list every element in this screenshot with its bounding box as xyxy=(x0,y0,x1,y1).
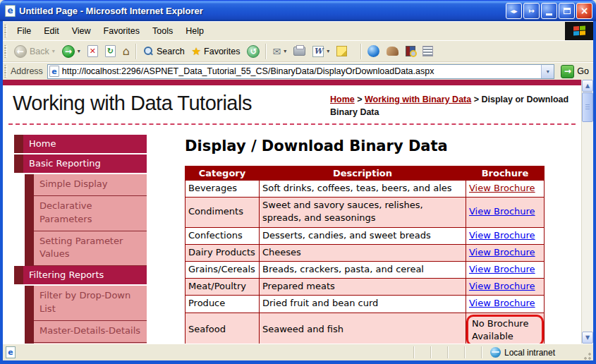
toolbar-separator xyxy=(265,44,267,59)
mail-button[interactable]: ✉ ▾ xyxy=(269,44,290,59)
description-cell: Soft drinks, coffees, teas, beers, and a… xyxy=(260,181,466,198)
sidebar-item-label: Simple Display xyxy=(34,174,147,196)
print-button[interactable] xyxy=(290,45,309,57)
breadcrumb-link-home[interactable]: Home xyxy=(330,95,355,104)
sidebar-item-basic-reporting[interactable]: Basic Reporting xyxy=(14,154,147,173)
menu-tools[interactable]: Tools xyxy=(146,23,179,40)
sidebar-item-setting-parameter-values[interactable]: Setting Parameter Values xyxy=(25,231,147,267)
table-row: Produce Dried fruit and bean curd View B… xyxy=(186,296,545,313)
toolbar-separator xyxy=(135,44,137,59)
favorites-button[interactable]: ★ Favorites xyxy=(188,44,244,59)
sidebar-navigation: Home Basic Reporting Simple Display xyxy=(14,135,147,344)
categories-table: Category Description Brochure Beverages … xyxy=(185,166,545,344)
view-brochure-link[interactable]: View Brochure xyxy=(469,264,535,274)
refresh-button[interactable]: ↻ xyxy=(102,44,119,59)
view-brochure-link[interactable]: View Brochure xyxy=(469,298,535,308)
site-title: Working with Data Tutorials xyxy=(13,92,330,119)
breadcrumb: Home > Working with Binary Data > Displa… xyxy=(330,92,577,119)
menu-file[interactable]: File xyxy=(11,23,37,40)
page-title: Display / Download Binary Data xyxy=(185,138,576,154)
table-row: Seafood Seaweed and fish No Brochure Ava… xyxy=(186,313,545,344)
description-cell: Prepared meats xyxy=(260,279,466,296)
sidebar-item-label: Filtering Reports xyxy=(23,266,147,284)
scroll-down-button[interactable]: ▼ xyxy=(582,332,593,344)
search-button[interactable]: Search xyxy=(139,44,188,59)
scroll-up-button[interactable]: ▲ xyxy=(582,80,593,92)
edit-with-word-button[interactable]: W ▾ xyxy=(309,44,333,59)
address-input[interactable]: e http://localhost:2296/ASPNET_Data_Tuto… xyxy=(47,64,554,79)
menu-help[interactable]: Help xyxy=(179,23,210,40)
horizontal-arrows-button[interactable]: ◂▸ xyxy=(506,3,522,19)
stop-icon: ✕ xyxy=(87,45,98,57)
sidebar-item-master-details-details[interactable]: Master-Details-Details xyxy=(25,321,147,343)
go-button[interactable]: → Go xyxy=(559,64,591,79)
description-cell: Seaweed and fish xyxy=(260,313,466,344)
web-page: Working with Data Tutorials Home > Worki… xyxy=(3,80,581,344)
view-brochure-link[interactable]: View Brochure xyxy=(469,247,535,257)
windows-flag-icon xyxy=(573,25,585,36)
minimize-icon xyxy=(546,13,552,16)
resize-grip[interactable] xyxy=(583,352,592,360)
stop-button[interactable]: ✕ xyxy=(84,44,102,59)
security-zone-label: Local intranet xyxy=(504,348,555,358)
view-brochure-link[interactable]: View Brochure xyxy=(469,230,535,241)
table-row: Grains/Cereals Breads, crackers, pasta, … xyxy=(186,261,545,278)
sidebar-item-filter-by-drop-down-list[interactable]: Filter by Drop-Down List xyxy=(25,286,147,321)
view-brochure-link[interactable]: View Brochure xyxy=(469,206,535,217)
category-cell: Condiments xyxy=(186,198,260,227)
extension-button-2[interactable] xyxy=(419,44,437,58)
status-separator xyxy=(481,346,482,358)
status-separator xyxy=(430,346,432,358)
sidebar-item-simple-display[interactable]: Simple Display xyxy=(25,174,147,196)
extension-button-1[interactable] xyxy=(383,45,402,57)
sidebar-item-declarative-parameters[interactable]: Declarative Parameters xyxy=(25,196,147,231)
brochure-cell: View Brochure xyxy=(466,198,545,227)
pop-out-button[interactable]: ↦ xyxy=(523,3,540,19)
word-dropdown-icon: ▾ xyxy=(327,48,329,54)
menu-view[interactable]: View xyxy=(66,23,97,40)
sidebar-accent-strip xyxy=(14,154,23,173)
page-body: Home Basic Reporting Simple Display xyxy=(3,125,581,344)
view-brochure-link[interactable]: View Brochure xyxy=(469,281,535,291)
sidebar-item-home[interactable]: Home xyxy=(14,135,147,153)
forward-button[interactable]: → ▾ xyxy=(59,44,84,59)
menu-edit[interactable]: Edit xyxy=(37,23,66,40)
breadcrumb-link-working-with-binary-data[interactable]: Working with Binary Data xyxy=(365,95,471,104)
view-brochure-link[interactable]: View Brochure xyxy=(469,183,535,193)
toolbar-grip[interactable] xyxy=(4,45,7,58)
discuss-button[interactable] xyxy=(333,44,351,58)
scrollbar-track[interactable] xyxy=(582,123,593,332)
history-button[interactable]: ↺ xyxy=(243,44,263,59)
address-dropdown-button[interactable]: ▾ xyxy=(541,65,554,78)
sidebar-item-label: Setting Parameter Values xyxy=(34,231,147,267)
page-header: Working with Data Tutorials Home > Worki… xyxy=(3,85,581,121)
refresh-icon: ↻ xyxy=(105,45,116,57)
menubar-grip[interactable] xyxy=(4,25,7,37)
description-cell: Dried fruit and bean curd xyxy=(260,296,466,313)
research-button[interactable] xyxy=(402,44,419,58)
main-content: Display / Download Binary Data Category … xyxy=(185,135,581,344)
messenger-button[interactable] xyxy=(364,44,383,59)
sidebar-accent-strip xyxy=(14,135,23,153)
sidebar-item-filtering-reports[interactable]: Filtering Reports xyxy=(14,266,147,284)
horizontal-arrows-icon: ◂▸ xyxy=(510,7,517,15)
scrollbar-thumb[interactable] xyxy=(582,92,593,122)
word-icon: W xyxy=(312,46,324,57)
note-icon xyxy=(336,46,347,56)
sidebar-item-label: Basic Reporting xyxy=(23,154,147,173)
menu-favorites[interactable]: Favorites xyxy=(97,23,146,40)
page-top-bar xyxy=(3,80,581,85)
address-bar: Address e http://localhost:2296/ASPNET_D… xyxy=(3,62,593,80)
go-label: Go xyxy=(577,66,589,76)
no-brochure-annotation-ring: No Brochure Available xyxy=(466,315,544,344)
back-button[interactable]: ← Back ▾ xyxy=(11,44,59,59)
minimize-button[interactable] xyxy=(541,3,557,19)
home-button[interactable]: ⌂ xyxy=(119,43,133,59)
column-header-description: Description xyxy=(260,166,466,181)
category-cell: Grains/Cereals xyxy=(186,261,260,278)
search-label: Search xyxy=(157,47,185,56)
maximize-button[interactable] xyxy=(559,3,575,19)
sidebar-accent-strip xyxy=(25,286,34,321)
addressbar-grip[interactable] xyxy=(4,65,7,78)
close-button[interactable]: × xyxy=(576,3,592,19)
